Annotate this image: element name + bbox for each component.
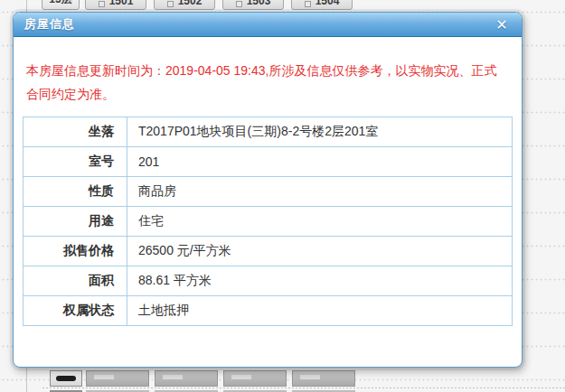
field-label: 坐落	[24, 117, 127, 147]
room-button-label: 1504	[315, 0, 340, 7]
dialog-title: 房屋信息	[24, 16, 75, 33]
dialog-body: 本房屋信息更新时间为：2019-04-05 19:43,所涉及信息仅供参考，以实…	[14, 37, 522, 326]
table-row: 用途 住宅	[24, 207, 513, 237]
cell-label-ghost	[231, 375, 251, 379]
field-value: 住宅	[127, 207, 513, 237]
field-value: 26500 元/平方米	[127, 237, 513, 266]
room-button-label: 1503	[247, 0, 271, 7]
close-icon[interactable]: ✕	[492, 15, 512, 35]
field-value: 土地抵押	[127, 296, 513, 326]
floor-button-label: 15层	[49, 0, 71, 7]
field-label: 面积	[24, 266, 127, 296]
room-button-1503[interactable]: 1503	[222, 0, 284, 10]
table-row: 室号 201	[24, 147, 513, 177]
checkbox-icon	[167, 1, 174, 7]
room-button-label: 1502	[178, 0, 202, 7]
house-info-dialog: 房屋信息 ✕ 本房屋信息更新时间为：2019-04-05 19:43,所涉及信息…	[13, 12, 523, 368]
room-cell[interactable]	[292, 370, 355, 387]
field-value: T2017P01地块项目(三期)8-2号楼2层201室	[127, 117, 513, 147]
room-cell[interactable]	[223, 370, 287, 387]
field-value: 201	[127, 147, 513, 177]
background-dotted-divider	[42, 387, 565, 389]
checkbox-icon	[236, 1, 242, 7]
room-button-1502[interactable]: 1502	[154, 0, 215, 10]
room-button-1501[interactable]: 1501	[85, 0, 146, 10]
field-value: 88.61 平方米	[127, 266, 513, 296]
table-row: 面积 88.61 平方米	[24, 266, 513, 296]
room-button-1504[interactable]: 1504	[291, 0, 353, 10]
room-button-label: 1501	[109, 0, 134, 7]
dialog-titlebar[interactable]: 房屋信息 ✕	[14, 13, 522, 37]
page-background: 15层 1501 1502 1503 1504	[0, 0, 565, 392]
floor-label-cell[interactable]	[50, 370, 82, 387]
house-info-table: 坐落 T2017P01地块项目(三期)8-2号楼2层201室 室号 201 性质…	[23, 117, 513, 326]
table-row: 权属状态 土地抵押	[24, 296, 513, 326]
field-label: 权属状态	[24, 296, 127, 326]
update-notice-text: 本房屋信息更新时间为：2019-04-05 19:43,所涉及信息仅供参考，以实…	[26, 59, 509, 106]
table-row: 拟售价格 26500 元/平方米	[24, 237, 513, 266]
checkbox-icon	[305, 1, 311, 7]
field-label: 性质	[24, 177, 127, 207]
field-value: 商品房	[127, 177, 513, 207]
floor-label-ink-icon	[56, 376, 76, 381]
floor-room-button-row: 15层 1501 1502 1503 1504	[0, 0, 565, 11]
room-cell[interactable]	[155, 370, 218, 387]
field-label: 拟售价格	[24, 237, 127, 266]
cell-label-ghost	[163, 375, 183, 379]
field-label: 室号	[24, 147, 127, 177]
checkbox-icon	[99, 1, 105, 7]
room-cell[interactable]	[86, 370, 149, 387]
cell-label-ghost	[94, 375, 114, 379]
cell-label-ghost	[300, 375, 320, 379]
floor-button-15[interactable]: 15层	[42, 0, 80, 10]
field-label: 用途	[24, 207, 127, 237]
table-row: 性质 商品房	[24, 177, 513, 207]
table-row: 坐落 T2017P01地块项目(三期)8-2号楼2层201室	[24, 117, 513, 147]
